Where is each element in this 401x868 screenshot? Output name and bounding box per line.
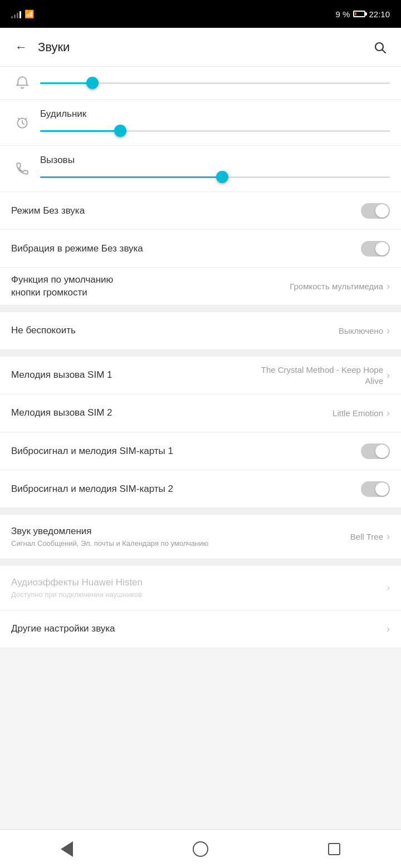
ringtone-sim1-label: Мелодия вызова SIM 1: [11, 369, 243, 381]
status-bar: 📶 9 % 22:10: [0, 0, 401, 28]
audio-effects-left: Аудиоэффекты Huawei Histen Доступно при …: [11, 576, 380, 600]
section-divider-3: [0, 508, 401, 515]
vibrate-sim2-label: Вибросигнал и мелодия SIM-карты 2: [11, 484, 173, 495]
vibrate-sim1-row[interactable]: Вибросигнал и мелодия SIM-карты 1: [0, 432, 401, 470]
battery-pct: 9 %: [336, 9, 350, 19]
audio-effects-sub: Доступно при подключении наушников: [11, 590, 380, 600]
nav-home-icon: [193, 841, 208, 857]
chevron-icon: ›: [387, 325, 390, 337]
bell-icon: [11, 76, 33, 90]
other-settings-row[interactable]: Другие настройки звука ›: [0, 610, 401, 648]
volume-button-fn-label: Функция по умолчанию кнопки громкости: [11, 274, 283, 298]
do-not-disturb-value: Выключено: [339, 326, 383, 336]
alarm-label: Будильник: [40, 108, 390, 120]
ringtone-sim1-right: The Crystal Method - Keep Hope Alive ›: [250, 364, 390, 386]
nav-home-button[interactable]: [178, 835, 223, 863]
volume-button-fn-right: Громкость мультимедиа ›: [290, 280, 390, 292]
do-not-disturb-right: Выключено ›: [339, 325, 390, 337]
battery-icon: [353, 11, 365, 17]
audio-effects-right: ›: [387, 582, 390, 594]
ringtone-sim1-value: The Crystal Method - Keep Hope Alive: [250, 364, 383, 386]
do-not-disturb-label: Не беспокоить: [11, 324, 332, 337]
chevron-icon: ›: [387, 407, 390, 419]
section-divider-4: [0, 559, 401, 566]
nav-back-icon: [61, 841, 73, 857]
status-left: 📶: [11, 9, 34, 18]
calls-slider-row: Вызовы: [0, 146, 401, 192]
ringtone-sim2-label: Мелодия вызова SIM 2: [11, 407, 326, 419]
chevron-icon: ›: [387, 531, 390, 542]
audio-effects-label: Аудиоэффекты Huawei Histen: [11, 576, 380, 589]
section-divider-1: [0, 305, 401, 312]
silent-mode-row[interactable]: Режим Без звука: [0, 192, 401, 230]
page-title: Звуки: [38, 40, 368, 55]
phone-icon: [11, 161, 33, 176]
vibrate-silent-row[interactable]: Вибрация в режиме Без звука: [0, 230, 401, 268]
vibrate-sim1-label: Вибросигнал и мелодия SIM-карты 1: [11, 446, 173, 457]
nav-recent-icon: [328, 843, 340, 855]
notification-sound-label: Звук уведомления: [11, 525, 344, 537]
vibrate-silent-toggle[interactable]: [361, 241, 390, 257]
notification-slider-row: [0, 67, 401, 100]
silent-mode-label: Режим Без звука: [11, 205, 85, 216]
volume-button-fn-row[interactable]: Функция по умолчанию кнопки громкости Гр…: [0, 268, 401, 305]
calls-slider-container[interactable]: Вызовы: [40, 155, 390, 183]
chevron-icon: ›: [387, 623, 390, 635]
notification-sound-left: Звук уведомления Сигнал Сообщений, Эл. п…: [11, 525, 344, 549]
ringtone-sim2-value: Little Emotion: [332, 408, 383, 418]
silent-mode-toggle[interactable]: [361, 203, 390, 219]
nav-back-button[interactable]: [45, 835, 89, 863]
ringtone-sim2-row[interactable]: Мелодия вызова SIM 2 Little Emotion ›: [0, 394, 401, 432]
vibrate-silent-label: Вибрация в режиме Без звука: [11, 243, 143, 254]
bottom-nav: [0, 829, 401, 868]
notification-sound-right: Bell Tree ›: [350, 531, 390, 542]
back-button[interactable]: ←: [9, 35, 33, 60]
calls-label: Вызовы: [40, 155, 390, 166]
other-settings-label: Другие настройки звука: [11, 623, 380, 635]
vibrate-sim2-toggle[interactable]: [361, 481, 390, 497]
audio-effects-row: Аудиоэффекты Huawei Histen Доступно при …: [0, 566, 401, 610]
notification-slider-container[interactable]: [40, 77, 390, 88]
ringtone-sim2-left: Мелодия вызова SIM 2: [11, 407, 326, 419]
search-icon: [373, 41, 387, 54]
wifi-icon: 📶: [25, 9, 34, 18]
vibrate-sim2-row[interactable]: Вибросигнал и мелодия SIM-карты 2: [0, 470, 401, 508]
ringtone-sim1-left: Мелодия вызова SIM 1: [11, 369, 243, 381]
search-button[interactable]: [368, 35, 392, 60]
other-settings-left: Другие настройки звука: [11, 623, 380, 635]
time: 22:10: [369, 9, 390, 19]
chevron-icon: ›: [387, 280, 390, 292]
signal-icon: [11, 9, 21, 18]
do-not-disturb-left: Не беспокоить: [11, 324, 332, 337]
nav-recent-button[interactable]: [312, 835, 356, 863]
notification-sound-value: Bell Tree: [350, 532, 383, 541]
ringtone-sim2-right: Little Emotion ›: [332, 407, 390, 419]
status-right: 9 % 22:10: [336, 9, 390, 19]
app-bar: ← Звуки: [0, 28, 401, 67]
notification-sound-sub: Сигнал Сообщений, Эл. почты и Календаря …: [11, 539, 344, 549]
vibrate-sim1-toggle[interactable]: [361, 443, 390, 459]
content: Будильник Вызовы: [0, 67, 401, 687]
alarm-slider-container[interactable]: Будильник: [40, 108, 390, 136]
notification-sound-row[interactable]: Звук уведомления Сигнал Сообщений, Эл. п…: [0, 515, 401, 559]
volume-button-fn-left: Функция по умолчанию кнопки громкости: [11, 274, 283, 298]
svg-line-1: [383, 50, 386, 53]
alarm-icon: [11, 115, 33, 130]
other-settings-right: ›: [387, 623, 390, 635]
chevron-icon: ›: [387, 582, 390, 594]
do-not-disturb-row[interactable]: Не беспокоить Выключено ›: [0, 312, 401, 350]
chevron-icon: ›: [387, 369, 390, 381]
alarm-slider-row: Будильник: [0, 100, 401, 146]
section-divider-2: [0, 350, 401, 357]
ringtone-sim1-row[interactable]: Мелодия вызова SIM 1 The Crystal Method …: [0, 357, 401, 394]
volume-button-fn-value: Громкость мультимедиа: [290, 282, 383, 291]
